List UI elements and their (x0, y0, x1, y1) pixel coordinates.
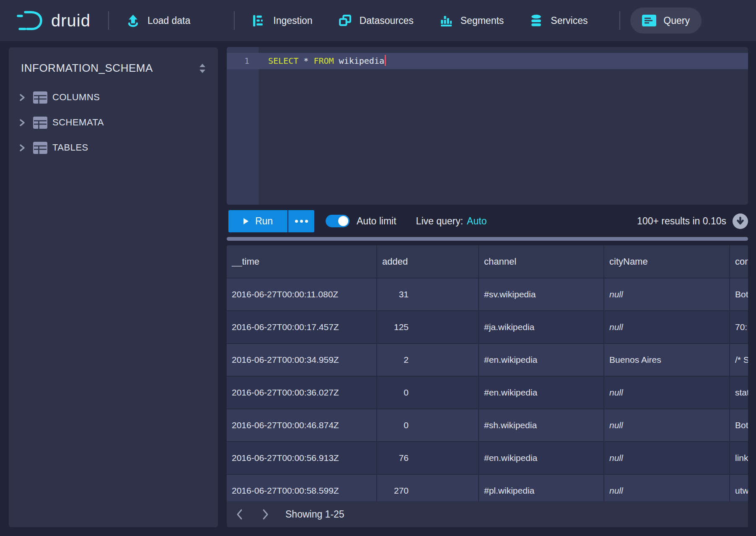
table-row: 2016-06-27T00:00:17.457Z 125 #ja.wikiped… (227, 311, 748, 344)
cell-channel[interactable]: #en.wikipedia (479, 344, 604, 377)
table-row: 2016-06-27T00:00:34.959Z 2 #en.wikipedia… (227, 344, 748, 377)
query-toolbar: Run Auto limit Live query:Auto 100+ resu… (227, 210, 748, 232)
cell-time[interactable]: 2016-06-27T00:00:36.027Z (227, 377, 377, 409)
druid-logo[interactable]: druid (17, 9, 91, 32)
cell-channel[interactable]: #en.wikipedia (479, 377, 604, 409)
nav-item-label: Services (551, 15, 588, 26)
play-icon (243, 218, 249, 225)
cell-time[interactable]: 2016-06-27T00:00:46.874Z (227, 409, 377, 442)
chevron-right-icon[interactable] (18, 143, 26, 152)
next-page-button[interactable] (256, 505, 274, 523)
chevron-right-icon[interactable] (18, 93, 26, 102)
schema-header: INFORMATION_SCHEMA (9, 47, 218, 75)
cell-channel[interactable]: #pl.wikipedia (479, 475, 604, 501)
more-icon (305, 220, 308, 223)
live-query-value[interactable]: Auto (467, 216, 487, 226)
cell-cityname[interactable]: null (604, 377, 730, 409)
cell-added[interactable]: 0 (377, 377, 479, 409)
schema-tree: COLUMNS SCHEMATA (9, 85, 218, 160)
chevron-right-icon[interactable] (18, 118, 26, 127)
cell-comment[interactable]: stat (730, 377, 748, 409)
nav-item-datasources[interactable]: Datasources (339, 14, 414, 27)
cell-cityname[interactable]: null (604, 409, 730, 442)
column-header-added[interactable]: added (377, 245, 479, 278)
tree-item-label: COLUMNS (52, 92, 100, 103)
sql-keyword: SELECT (268, 56, 298, 66)
results-table: __time added channel cityName comment 20… (227, 245, 748, 501)
cell-channel[interactable]: #en.wikipedia (479, 442, 604, 475)
cell-comment[interactable]: utw (730, 475, 748, 501)
download-results-button[interactable] (733, 213, 748, 229)
table-header-row: __time added channel cityName comment (227, 245, 748, 278)
ingestion-icon (252, 14, 265, 27)
cell-comment[interactable]: 70: (730, 311, 748, 344)
toggle-knob (338, 216, 348, 226)
results-panel: __time added channel cityName comment 20… (227, 245, 748, 527)
nav-item-services[interactable]: Services (530, 14, 588, 27)
cell-cityname[interactable]: Buenos Aires (604, 344, 730, 377)
cell-time[interactable]: 2016-06-27T00:00:56.913Z (227, 442, 377, 475)
query-icon (642, 15, 656, 26)
cell-cityname[interactable]: null (604, 278, 730, 311)
cell-comment[interactable]: link (730, 442, 748, 475)
schema-sidebar: INFORMATION_SCHEMA (9, 47, 218, 527)
nav-item-label: Query (663, 15, 690, 26)
tree-item-schemata[interactable]: SCHEMATA (9, 110, 218, 135)
table-grid-icon (33, 142, 47, 154)
cell-added[interactable]: 2 (377, 344, 479, 377)
nav-item-label: Load data (148, 15, 190, 26)
tree-item-tables[interactable]: TABLES (9, 135, 218, 160)
cell-cityname[interactable]: null (604, 442, 730, 475)
cell-cityname[interactable]: null (604, 475, 730, 501)
cell-added[interactable]: 125 (377, 311, 479, 344)
navbar-divider (108, 11, 109, 30)
nav-item-query-active[interactable]: Query (630, 8, 702, 34)
tree-item-columns[interactable]: COLUMNS (9, 85, 218, 110)
cell-comment[interactable]: Bot (730, 409, 748, 442)
chevron-right-icon (262, 509, 269, 520)
nav-item-ingestion[interactable]: Ingestion (252, 14, 312, 27)
cell-added[interactable]: 270 (377, 475, 479, 501)
sql-table-name: wikipedia (339, 56, 384, 66)
navbar-divider (234, 11, 235, 30)
pagination-footer: Showing 1-25 (227, 501, 748, 527)
previous-page-button[interactable] (230, 505, 249, 523)
nav-item-label: Segments (461, 15, 504, 26)
nav-item-load-data[interactable]: Load data (127, 14, 190, 27)
column-header-cityname[interactable]: cityName (604, 245, 730, 278)
cell-cityname[interactable]: null (604, 311, 730, 344)
table-grid-icon (33, 117, 47, 129)
column-header-time[interactable]: __time (227, 245, 377, 278)
results-summary: 100+ results in 0.10s (637, 216, 726, 227)
table-grid-icon (33, 91, 47, 104)
cell-channel[interactable]: #sv.wikipedia (479, 278, 604, 311)
live-query-label: Live query:Auto (416, 216, 487, 227)
auto-limit-toggle[interactable] (326, 215, 350, 227)
sql-editor[interactable]: 1 SELECT * FROM wikipedia (227, 47, 748, 205)
cell-added[interactable]: 0 (377, 409, 479, 442)
cell-channel[interactable]: #ja.wikipedia (479, 311, 604, 344)
column-header-channel[interactable]: channel (479, 245, 604, 278)
segments-icon (440, 14, 453, 27)
cell-time[interactable]: 2016-06-27T00:00:58.599Z (227, 475, 377, 501)
cell-time[interactable]: 2016-06-27T00:00:11.080Z (227, 278, 377, 311)
double-caret-vertical-icon[interactable] (198, 63, 207, 74)
cell-added[interactable]: 31 (377, 278, 479, 311)
run-button-group: Run (228, 210, 314, 232)
nav-item-segments[interactable]: Segments (440, 14, 504, 27)
tree-item-label: SCHEMATA (52, 117, 104, 128)
cell-comment[interactable]: Bot (730, 278, 748, 311)
cell-time[interactable]: 2016-06-27T00:00:17.457Z (227, 311, 377, 344)
horizontal-scrollbar[interactable] (227, 237, 748, 241)
cell-time[interactable]: 2016-06-27T00:00:34.959Z (227, 344, 377, 377)
results-summary-group: 100+ results in 0.10s (637, 213, 748, 229)
column-header-comment[interactable]: comment (730, 245, 748, 278)
run-more-button[interactable] (287, 210, 314, 232)
cell-comment[interactable]: /* S (730, 344, 748, 377)
cell-channel[interactable]: #sh.wikipedia (479, 409, 604, 442)
cell-added[interactable]: 76 (377, 442, 479, 475)
top-navbar: druid Load data Ingestion Datasources (0, 0, 756, 42)
nav-item-label: Ingestion (273, 15, 312, 26)
run-button[interactable]: Run (228, 210, 287, 232)
navbar-divider (619, 11, 620, 30)
